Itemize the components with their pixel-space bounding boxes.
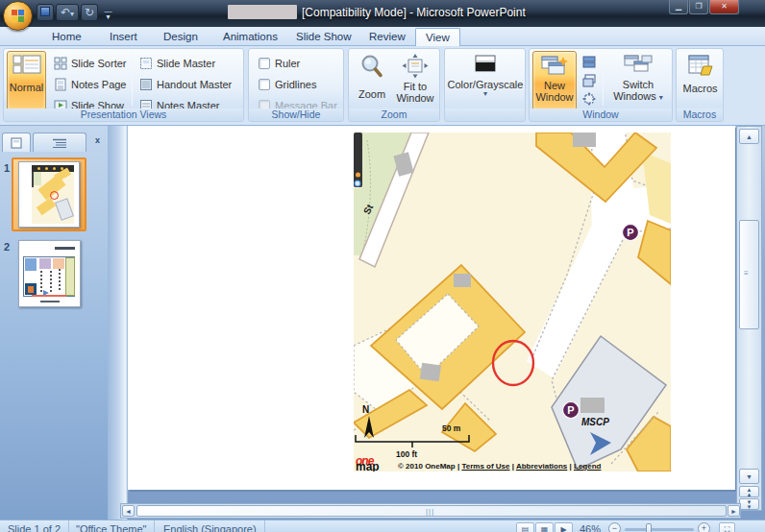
horizontal-scrollbar[interactable]: ◄ ||| ► (120, 503, 741, 519)
close-button[interactable]: ✕ (709, 0, 739, 14)
zoom-level[interactable]: 46% (580, 523, 601, 532)
fit-to-window-button[interactable]: Fit to Window (393, 51, 437, 110)
normal-view-icon (12, 55, 41, 82)
scroll-up-button[interactable]: ▲ (739, 129, 759, 144)
vertical-scroll-thumb[interactable]: ≡ (739, 220, 759, 329)
group-label-zoom: Zoom (349, 109, 439, 121)
fit-slide-button[interactable]: ⛶ (719, 522, 735, 532)
normal-view-shortcut[interactable]: ▤ (516, 522, 534, 532)
zoom-in-button[interactable]: + (698, 522, 710, 532)
slide-1-thumbnail[interactable] (18, 161, 80, 228)
cascade-button[interactable] (580, 71, 598, 89)
notes-page-button[interactable]: Notes Page (52, 75, 128, 93)
horizontal-scroll-thumb[interactable]: ||| (136, 505, 727, 517)
slides-tab[interactable] (2, 133, 31, 152)
group-label-window: Window (530, 109, 672, 121)
arrange-all-button[interactable] (580, 53, 598, 71)
parking-icon-road: P (623, 225, 639, 241)
switch-windows-button[interactable]: Switch Windows ▾ (608, 51, 668, 110)
office-button[interactable] (3, 1, 33, 31)
undo-dropdown-icon[interactable]: ▾ (70, 10, 74, 18)
scroll-left-button[interactable]: ◄ (122, 505, 135, 517)
normal-view-shortcut-icon: ▤ (522, 525, 530, 532)
slide-1-number: 1 (4, 162, 10, 174)
color-grayscale-button[interactable]: Color/Grayscale ▾ (447, 51, 524, 110)
new-window-button[interactable]: New Window (532, 51, 577, 110)
parking-icon-mscp: P (563, 402, 580, 419)
save-icon (40, 7, 50, 16)
gridlines-checkbox-box[interactable] (259, 79, 270, 90)
qat-customize-button[interactable]: —▾ (102, 6, 114, 20)
vertical-scrollbar[interactable]: ▲ ≡ ▼ ▲▲ ▼▼ (736, 126, 762, 511)
slide-sorter-shortcut[interactable]: ▦ (535, 522, 554, 532)
zoom-out-button[interactable]: − (608, 522, 621, 532)
macros-button[interactable]: Macros (679, 51, 722, 110)
zoom-slider-thumb[interactable] (646, 523, 652, 532)
previous-slide-button[interactable]: ▲▲ (739, 486, 759, 497)
map-toolbar-strip (354, 133, 362, 187)
tab-insert[interactable]: Insert (100, 28, 147, 46)
slide-2-thumbnail[interactable] (18, 240, 81, 307)
window-title: [Compatibility Mode] - Microsoft PowerPo… (302, 6, 526, 19)
cascade-icon (582, 74, 596, 87)
map-image: St P P MSCP (354, 133, 671, 472)
zoom-button[interactable]: Zoom (354, 51, 390, 110)
ruler-checkbox-box[interactable] (259, 58, 270, 69)
svg-text:100 ft: 100 ft (396, 449, 417, 459)
legend-link[interactable]: Legend (574, 462, 601, 471)
group-label-color-grayscale (445, 109, 525, 121)
gridlines-checkbox[interactable]: Gridlines (257, 75, 318, 93)
next-slide-button[interactable]: ▼▼ (739, 498, 759, 510)
close-icon: ✕ (721, 2, 728, 11)
map-attribution: © 2010 OneMap | Terms of Use | Abbreviat… (398, 462, 601, 471)
group-divider (132, 53, 133, 106)
scroll-up-icon: ▲ (746, 133, 753, 140)
handout-master-button[interactable]: Handout Master (137, 75, 234, 93)
normal-view-button[interactable]: Normal (7, 51, 46, 110)
redo-button[interactable]: ↻ (81, 4, 98, 21)
scroll-right-icon: ► (730, 508, 737, 515)
slide-canvas[interactable]: St P P MSCP (128, 126, 735, 490)
color-grayscale-dropdown-icon: ▾ (483, 90, 487, 98)
minimize-button[interactable]: ▁ (669, 0, 688, 14)
slide-1-selection[interactable] (12, 157, 86, 231)
slide-show-shortcut[interactable]: ▶ (555, 522, 573, 532)
slide-master-button[interactable]: Slide Master (137, 54, 217, 72)
macros-icon (687, 54, 714, 79)
scroll-right-button[interactable]: ► (728, 505, 740, 517)
tab-view[interactable]: View (415, 28, 460, 46)
tab-home[interactable]: Home (42, 28, 91, 46)
thumb2-floorplan (23, 256, 75, 297)
slide-indicator: Slide 1 of 2 (0, 520, 69, 532)
thumb1-map (32, 165, 74, 224)
undo-button[interactable]: ↶▾ (56, 4, 79, 21)
group-label-presentation-views: Presentation Views (4, 109, 243, 121)
slide-sorter-button[interactable]: Slide Sorter (52, 54, 128, 72)
restore-button[interactable]: ❐ (689, 0, 708, 14)
onemap-logo: one map (356, 455, 380, 472)
terms-of-use-link[interactable]: Terms of Use (461, 462, 509, 471)
scroll-left-icon: ◄ (125, 508, 132, 515)
tab-slide-show[interactable]: Slide Show (286, 28, 361, 46)
arrange-all-icon (582, 56, 596, 68)
outline-tab[interactable] (33, 133, 86, 152)
ruler-checkbox[interactable]: Ruler (257, 54, 302, 72)
group-divider (603, 53, 604, 106)
zoom-slider[interactable] (625, 528, 694, 531)
redo-icon: ↻ (85, 6, 94, 19)
tab-design[interactable]: Design (154, 28, 208, 46)
tab-animations[interactable]: Animations (213, 28, 287, 46)
switch-windows-icon (623, 54, 654, 79)
work-area: x 1 (0, 126, 765, 520)
panel-splitter[interactable] (108, 126, 128, 520)
save-button[interactable] (37, 4, 54, 21)
abbreviations-link[interactable]: Abbreviations (516, 462, 567, 471)
move-split-button[interactable] (580, 89, 598, 108)
ribbon: Normal Slide Sorter Notes Page Slide Sho… (0, 46, 765, 126)
language-indicator[interactable]: English (Singapore) (156, 520, 265, 532)
minimize-icon: ▁ (676, 2, 681, 11)
slides-panel: x 1 (0, 126, 108, 520)
close-panel-button[interactable]: x (91, 134, 104, 147)
scroll-down-button[interactable]: ▼ (739, 469, 759, 484)
tab-review[interactable]: Review (359, 28, 415, 46)
